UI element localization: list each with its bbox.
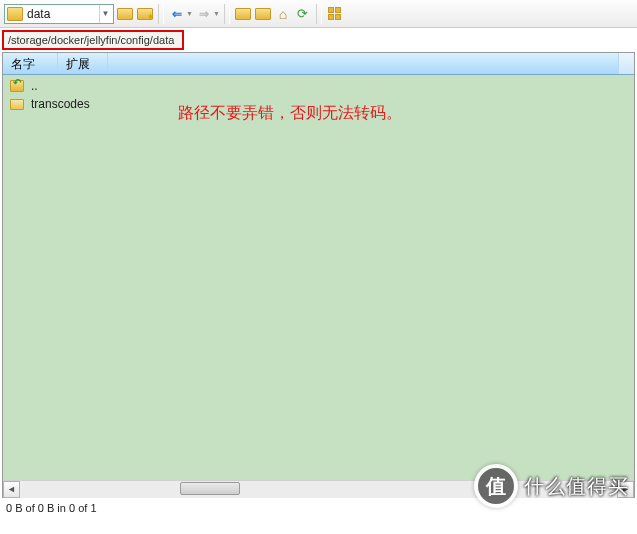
back-button[interactable]: ⇐ <box>168 5 186 23</box>
bookmark-folder-button[interactable] <box>136 5 154 23</box>
toolbar: data ▼ ⇐ ▼ ⇒ ▼ ⌂ ⟳ <box>0 0 637 28</box>
path-text: /storage/docker/jellyfin/config/data <box>8 34 174 46</box>
status-bar: 0 B of 0 B in 0 of 1 <box>0 500 637 518</box>
parent-folder-icon <box>9 79 25 93</box>
status-text: 0 B of 0 B in 0 of 1 <box>6 502 97 514</box>
folder2-button[interactable] <box>254 5 272 23</box>
file-panel: 名字 扩展 .. transcodes 路径不要弄错，否则无法转码。 ◄ ► <box>2 52 635 498</box>
list-item-parent[interactable]: .. <box>9 77 628 95</box>
col-name[interactable]: 名字 <box>3 53 58 74</box>
home-button[interactable]: ⌂ <box>274 5 292 23</box>
item-label: .. <box>31 79 38 93</box>
tree-icon <box>328 7 342 21</box>
current-folder-dropdown[interactable]: data ▼ <box>4 4 114 24</box>
col-end <box>618 53 634 74</box>
chevron-down-icon[interactable]: ▼ <box>186 10 193 17</box>
scroll-thumb[interactable] <box>180 482 240 495</box>
refresh-button[interactable]: ⟳ <box>294 5 312 23</box>
open-folder-button[interactable] <box>116 5 134 23</box>
scroll-right-button[interactable]: ► <box>617 481 634 498</box>
tree-view-button[interactable] <box>326 5 344 23</box>
list-item[interactable]: transcodes <box>9 95 628 113</box>
column-headers: 名字 扩展 <box>3 53 634 75</box>
item-label: transcodes <box>31 97 90 111</box>
chevron-down-icon: ▼ <box>99 5 111 23</box>
col-spacer[interactable] <box>108 53 618 74</box>
folder-icon <box>9 97 25 111</box>
folder1-button[interactable] <box>234 5 252 23</box>
separator <box>316 4 322 24</box>
path-bar[interactable]: /storage/docker/jellyfin/config/data <box>2 30 184 50</box>
separator <box>158 4 164 24</box>
folder-icon <box>7 7 23 21</box>
forward-button: ⇒ <box>195 5 213 23</box>
current-folder-label: data <box>27 7 99 21</box>
separator <box>224 4 230 24</box>
scroll-left-button[interactable]: ◄ <box>3 481 20 498</box>
file-listing[interactable]: .. transcodes <box>3 75 634 480</box>
col-ext[interactable]: 扩展 <box>58 53 108 74</box>
scroll-track[interactable] <box>20 481 617 498</box>
chevron-down-icon[interactable]: ▼ <box>213 10 220 17</box>
horizontal-scrollbar[interactable]: ◄ ► <box>3 480 634 497</box>
